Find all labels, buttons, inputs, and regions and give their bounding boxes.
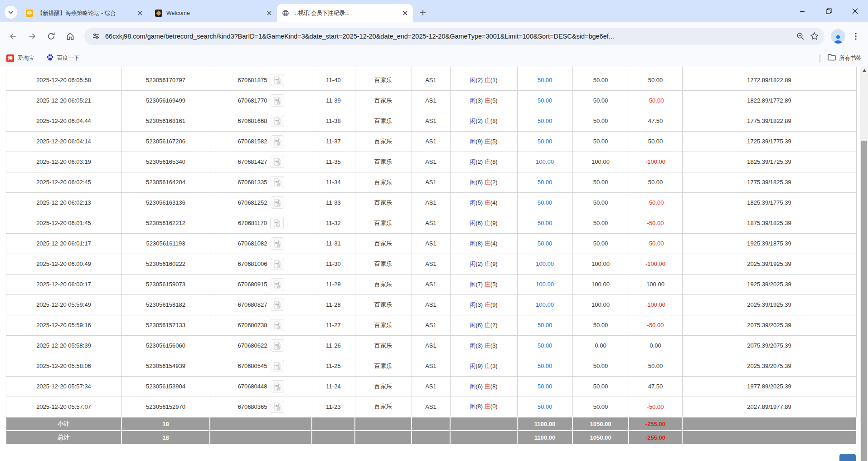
video-replay-button[interactable]	[271, 319, 284, 331]
tab-welcome[interactable]: Welcome	[150, 4, 277, 22]
bet-table-body: 2025-12-20 06:05:58523056170797670681875…	[6, 67, 856, 444]
player-label: 闲	[470, 301, 475, 308]
site-info-icon[interactable]	[90, 30, 102, 42]
cell-balance: 1725.39/1775.39	[682, 131, 856, 152]
cell-game-id: 670681006	[210, 254, 312, 274]
game-number: 670681006	[238, 260, 267, 267]
cell-game-type: 百家乐	[355, 90, 412, 111]
bookmark-baidu[interactable]: 百度一下	[46, 54, 80, 63]
cell-win-loss: 47.50	[629, 111, 682, 131]
video-replay-button[interactable]	[271, 135, 284, 147]
banker-label: 庄	[485, 281, 490, 288]
address-bar[interactable]: 66cxkj98.com/game/betrecord_search/kind3…	[84, 28, 824, 45]
zoom-icon[interactable]	[794, 29, 807, 43]
cell-bet-id: 523056170797	[121, 70, 210, 90]
cell-round: 11-29	[312, 274, 355, 294]
cell-valid-amount: 50.00	[572, 397, 629, 417]
home-button[interactable]	[63, 29, 78, 44]
tab-close-icon[interactable]	[401, 9, 409, 17]
video-replay-button[interactable]	[271, 380, 284, 392]
bookmark-taobao[interactable]: 淘 爱淘宝	[6, 54, 34, 62]
tab-forum[interactable]: 【新提醒】海燕策略论坛 - 综合	[21, 4, 148, 22]
banker-label: 庄	[485, 240, 490, 247]
new-tab-button[interactable]	[417, 6, 429, 19]
cell-empty	[682, 417, 856, 431]
cell-win-loss: 50.00	[629, 70, 682, 90]
reload-button[interactable]	[44, 29, 59, 44]
cell-table-name: AS1	[412, 315, 450, 335]
game-number: 670680448	[238, 383, 267, 390]
chevron-down-icon	[8, 10, 14, 14]
video-replay-button[interactable]	[271, 196, 284, 209]
cell-table-name: AS1	[412, 70, 450, 90]
cell-game-type: 百家乐	[355, 152, 412, 172]
cell-time: 2025-12-20 06:05:58	[6, 70, 121, 90]
video-replay-icon	[273, 137, 282, 146]
cell-valid-amount: 50.00	[572, 70, 629, 90]
close-button[interactable]	[842, 0, 868, 22]
banker-label: 庄	[485, 260, 490, 267]
browser-menu-button[interactable]	[849, 29, 863, 43]
bookmarks-bar: 淘 爱淘宝 百度一下 所有书签	[0, 50, 868, 67]
profile-avatar[interactable]	[831, 29, 845, 44]
cell-bet-detail: 闲(2) 庄(8)	[450, 111, 517, 131]
scroll-up-arrow[interactable]	[860, 67, 868, 74]
cell-table-name: AS1	[412, 213, 450, 233]
tab-title: 【新提醒】海燕策略论坛 - 综合	[37, 10, 133, 17]
cell-time: 2025-12-20 06:02:45	[6, 172, 121, 192]
video-replay-button[interactable]	[271, 156, 284, 168]
banker-label: 庄	[485, 158, 490, 165]
video-replay-button[interactable]	[271, 278, 284, 290]
cell-game-type: 百家乐	[355, 315, 412, 335]
video-replay-button[interactable]	[271, 176, 284, 188]
cell-bet-detail: 闲(6) 庄(7)	[450, 315, 517, 335]
forward-button[interactable]	[24, 29, 40, 44]
cell-bet-amount: 50.00	[517, 376, 572, 397]
cell-balance: 1775.39/1822.89	[682, 111, 856, 131]
cell-bet-detail: 闲(3) 庄(9)	[450, 294, 517, 315]
cell-bet-detail: 闲(5) 庄(4)	[450, 192, 517, 213]
page-scrollbar[interactable]	[860, 67, 868, 461]
table-row: 2025-12-20 06:04:14523056167206670681582…	[6, 131, 856, 152]
cell-win-loss: -50.00	[629, 90, 682, 111]
player-label: 闲	[470, 403, 475, 410]
back-to-top-button[interactable]	[839, 454, 856, 461]
cell-balance: 1925.39/1875.39	[682, 233, 856, 254]
cell-valid-amount: 50.00	[572, 213, 629, 233]
cell-game-type: 百家乐	[355, 356, 412, 376]
cell-valid-amount: 50.00	[572, 315, 629, 335]
cell-table-name: AS1	[412, 172, 450, 192]
all-bookmarks-button[interactable]: 所有书签	[828, 54, 862, 63]
restore-button[interactable]	[815, 0, 842, 22]
summary-bet-amount: 1100.00	[517, 417, 572, 431]
cell-empty	[355, 67, 412, 70]
tab-close-icon[interactable]	[265, 9, 273, 17]
cell-bet-amount: 50.00	[517, 192, 572, 213]
cell-game-type: 百家乐	[355, 131, 412, 152]
video-replay-button[interactable]	[271, 401, 284, 413]
video-replay-button[interactable]	[271, 74, 284, 86]
tab-close-icon[interactable]	[136, 9, 144, 17]
video-replay-button[interactable]	[271, 94, 284, 107]
cell-round: 11-23	[312, 397, 355, 417]
minimize-button[interactable]	[789, 0, 815, 22]
video-replay-button[interactable]	[271, 237, 284, 250]
back-button[interactable]	[5, 29, 21, 44]
video-replay-button[interactable]	[271, 339, 284, 352]
url-text[interactable]: 66cxkj98.com/game/betrecord_search/kind3…	[105, 33, 794, 40]
video-replay-button[interactable]	[271, 115, 284, 127]
cell-game-type: 百家乐	[355, 213, 412, 233]
cell-table-name: AS1	[412, 192, 450, 213]
bookmark-star-icon[interactable]	[807, 29, 821, 43]
video-replay-button[interactable]	[271, 360, 284, 372]
tab-bet-records[interactable]: :::视讯 会员下注纪录:::	[277, 4, 413, 22]
cell-win-loss: 50.00	[629, 356, 682, 376]
video-replay-button[interactable]	[270, 217, 284, 229]
video-replay-button[interactable]	[271, 258, 284, 270]
cell-time: 2025-12-20 05:59:49	[6, 294, 121, 315]
cell-game-type: 百家乐	[355, 172, 412, 192]
tab-search-button[interactable]	[5, 6, 17, 19]
scrollbar-thumb[interactable]	[861, 141, 867, 461]
video-replay-button[interactable]	[271, 299, 284, 311]
forward-arrow-icon	[28, 32, 37, 41]
